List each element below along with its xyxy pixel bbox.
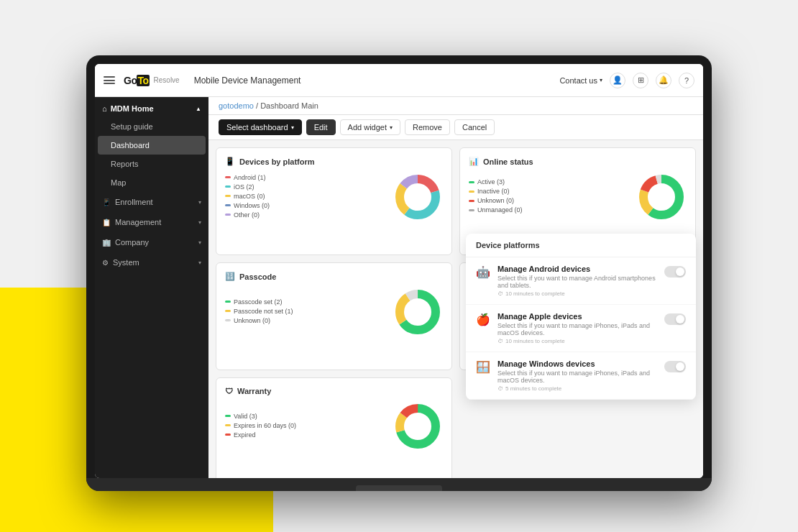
chart-icon: 📊 xyxy=(469,157,479,166)
legend-color xyxy=(469,181,474,183)
app-chrome: ⌂ MDM Home ▲ Setup guide Dashboard Repor… xyxy=(95,97,703,478)
legend-item: macOS (0) xyxy=(225,193,385,200)
warranty-legend: Valid (3) Expires in 60 days (0) Expired xyxy=(225,413,385,441)
apps-icon[interactable]: ⊞ xyxy=(633,73,648,88)
sidebar-item-map[interactable]: Map xyxy=(95,173,208,192)
sidebar-item-enrollment[interactable]: 📱 Enrollment ▾ xyxy=(95,192,208,212)
device-platforms-panel: Device platforms 🤖 Manage Android device… xyxy=(466,234,696,400)
android-toggle[interactable] xyxy=(664,266,686,278)
widget-devices-by-platform: 📱 Devices by platform Android (1) xyxy=(216,147,452,255)
topbar-actions: Contact us ▾ 👤 ⊞ 🔔 ? xyxy=(559,73,694,88)
legend-item: Other (0) xyxy=(225,211,385,219)
toolbar: Select dashboard ▾ Edit Add widget ▾ Rem… xyxy=(208,115,703,140)
app-logo: GoTo Resolve xyxy=(124,75,180,86)
legend-item: Expired xyxy=(225,431,385,439)
legend-color xyxy=(225,310,231,312)
legend-color xyxy=(225,214,231,216)
legend-color xyxy=(225,204,231,206)
legend-color xyxy=(225,301,231,303)
contact-us-link[interactable]: Contact us ▾ xyxy=(559,76,602,85)
sidebar-item-setup-guide[interactable]: Setup guide xyxy=(95,117,208,136)
logo-text: GoTo xyxy=(124,75,150,86)
platform-item-android: 🤖 Manage Android devices Select this if … xyxy=(466,257,696,305)
apple-toggle[interactable] xyxy=(664,313,686,325)
notifications-icon[interactable]: 🔔 xyxy=(656,73,671,88)
chevron-down-icon: ▾ xyxy=(198,239,201,246)
sidebar-item-reports[interactable]: Reports xyxy=(95,155,208,173)
laptop-frame: GoTo Resolve Mobile Device Management Co… xyxy=(86,55,712,491)
home-icon: ⌂ xyxy=(102,104,107,113)
cancel-button[interactable]: Cancel xyxy=(454,119,495,135)
edit-button[interactable]: Edit xyxy=(306,119,336,135)
svg-point-17 xyxy=(405,414,430,439)
topbar: GoTo Resolve Mobile Device Management Co… xyxy=(95,64,703,97)
legend-color xyxy=(225,319,231,321)
laptop-screen: GoTo Resolve Mobile Device Management Co… xyxy=(95,64,703,478)
passcode-legend: Passcode set (2) Passcode not set (1) Un… xyxy=(225,298,385,326)
legend-item: Windows (0) xyxy=(225,202,385,209)
passcode-icon: 🔢 xyxy=(225,272,235,281)
sidebar-item-company[interactable]: 🏢 Company ▾ xyxy=(95,232,208,252)
platform-time: ⏱ 5 minutes to complete xyxy=(497,385,657,392)
legend-color xyxy=(225,195,231,197)
platform-item-apple: 🍎 Manage Apple devices Select this if yo… xyxy=(466,305,696,352)
clock-icon: ⏱ xyxy=(497,338,503,344)
online-status-chart-area: Active (3) Inactive (0) Unknown (0) xyxy=(469,172,687,222)
widget-title: 📊 Online status xyxy=(469,157,687,166)
management-icon: 📋 xyxy=(102,219,111,226)
sidebar-item-dashboard[interactable]: Dashboard xyxy=(98,136,206,155)
legend-item: Expires in 60 days (0) xyxy=(225,422,385,429)
remove-button[interactable]: Remove xyxy=(405,119,450,135)
passcode-donut-chart xyxy=(393,287,443,337)
sidebar-item-system[interactable]: ⚙ System ▾ xyxy=(95,252,208,272)
sidebar-section-mdm-home[interactable]: ⌂ MDM Home ▲ xyxy=(95,97,208,117)
company-icon: 🏢 xyxy=(102,239,111,247)
user-icon[interactable]: 👤 xyxy=(610,73,625,88)
devices-legend: Android (1) iOS (2) macOS (0) xyxy=(225,174,385,221)
windows-icon: 🪟 xyxy=(476,360,490,374)
legend-item: Inactive (0) xyxy=(469,188,629,195)
devices-donut-chart xyxy=(393,172,443,222)
widget-warranty: 🛡 Warranty Valid (3) xyxy=(216,377,452,478)
legend-item: Android (1) xyxy=(225,174,385,181)
add-widget-button[interactable]: Add widget ▾ xyxy=(340,119,400,135)
warranty-donut-chart xyxy=(393,401,443,451)
select-dashboard-button[interactable]: Select dashboard ▾ xyxy=(219,119,302,135)
legend-item: Unknown (0) xyxy=(469,197,629,204)
chevron-down-icon: ▾ xyxy=(198,260,201,266)
platform-info: Manage Android devices Select this if yo… xyxy=(497,265,657,297)
platform-info: Manage Apple devices Select this if you … xyxy=(497,312,657,344)
enrollment-icon: 📱 xyxy=(102,198,111,206)
platform-time: ⏱ 10 minutes to complete xyxy=(497,290,657,297)
breadcrumb-parent[interactable]: gotodemo xyxy=(219,101,254,110)
legend-color xyxy=(225,424,231,426)
content-header: gotodemo / Dashboard Main xyxy=(208,97,703,115)
svg-point-13 xyxy=(405,300,430,324)
help-icon[interactable]: ? xyxy=(679,73,694,88)
android-icon: 🤖 xyxy=(476,265,490,279)
svg-point-9 xyxy=(649,185,674,209)
legend-item: Valid (3) xyxy=(225,413,385,420)
hamburger-icon[interactable] xyxy=(104,76,115,84)
devices-chart-area: Android (1) iOS (2) macOS (0) xyxy=(225,172,443,222)
chevron-down-icon: ▾ xyxy=(390,124,393,131)
warranty-chart-area: Valid (3) Expires in 60 days (0) Expired xyxy=(225,401,443,451)
system-icon: ⚙ xyxy=(102,259,109,267)
clock-icon: ⏱ xyxy=(497,290,503,297)
passcode-chart-area: Passcode set (2) Passcode not set (1) Un… xyxy=(225,287,443,337)
svg-point-4 xyxy=(405,185,430,209)
legend-color xyxy=(225,176,231,178)
chevron-down-icon: ▾ xyxy=(198,199,201,206)
legend-item: Active (3) xyxy=(469,178,629,185)
legend-item: Unmanaged (0) xyxy=(469,206,629,214)
sidebar-item-management[interactable]: 📋 Management ▾ xyxy=(95,212,208,232)
chevron-down-icon: ▾ xyxy=(291,124,294,131)
breadcrumb: gotodemo / Dashboard Main xyxy=(219,101,693,110)
widget-title: 📱 Devices by platform xyxy=(225,157,443,166)
legend-item: Unknown (0) xyxy=(225,317,385,324)
widget-passcode: 🔢 Passcode Passcode set (2) xyxy=(216,262,452,370)
logo-resolve: Resolve xyxy=(154,76,180,84)
legend-color xyxy=(225,185,231,188)
chevron-up-icon: ▲ xyxy=(196,106,201,112)
windows-toggle[interactable] xyxy=(664,361,686,372)
